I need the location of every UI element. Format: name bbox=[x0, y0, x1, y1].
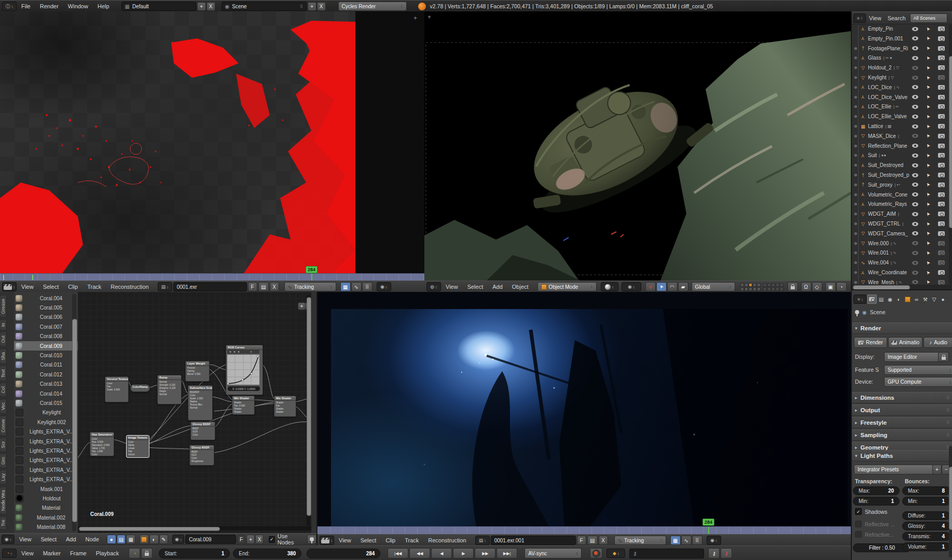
renderability-toggle[interactable] bbox=[936, 124, 946, 129]
playback-button[interactable]: ▶▶| bbox=[496, 548, 517, 558]
snap-element-selector[interactable]: ◇ bbox=[812, 282, 822, 291]
selectability-toggle[interactable]: ➤ bbox=[923, 221, 933, 227]
renderability-toggle[interactable] bbox=[936, 75, 946, 80]
outliner-row[interactable]: ⊕ Y Wire_Coordinate ➤ bbox=[852, 268, 952, 277]
expand-icon[interactable]: ⊕ bbox=[852, 212, 859, 216]
playback-button[interactable]: ▶ bbox=[453, 548, 474, 558]
auto-keyframe-record-button[interactable] bbox=[590, 548, 602, 558]
editor-type-button[interactable]: ◉↕ bbox=[2, 535, 15, 544]
outliner-row[interactable]: ⊕ ▽ Reflection_Plane ➤ bbox=[852, 141, 952, 151]
tab-object[interactable] bbox=[903, 295, 912, 303]
node-menu-item[interactable]: Node bbox=[81, 536, 104, 542]
clip-menu-item[interactable]: Clip bbox=[381, 537, 400, 543]
viewport-canvas[interactable]: + bbox=[424, 11, 851, 281]
outliner-row[interactable]: ⊕ ▽ WDGT_Camera_ ➤ bbox=[852, 229, 952, 239]
node-menu-item[interactable]: View bbox=[15, 536, 36, 542]
material-list-item[interactable]: Coral.007 bbox=[14, 322, 78, 331]
outliner-row[interactable]: ⊕ Y Suit_Destroyed ➤ bbox=[852, 160, 952, 170]
selectability-toggle[interactable]: ➤ bbox=[923, 55, 933, 61]
shadows-checkbox[interactable]: ✓ bbox=[855, 508, 862, 515]
fake-user-button[interactable]: F bbox=[577, 536, 586, 545]
outliner-view-menu[interactable]: View bbox=[866, 15, 885, 21]
outliner-row[interactable]: ⊕ † FootagePlane_Ri ➤ bbox=[852, 44, 952, 53]
object-name[interactable]: Volumetric_Cone bbox=[868, 192, 907, 198]
zoom-in-button[interactable]: + bbox=[298, 302, 306, 310]
renderability-toggle[interactable] bbox=[936, 55, 946, 60]
manipulator-axes-icon[interactable]: ✛ bbox=[645, 282, 656, 291]
selectability-toggle[interactable]: ➤ bbox=[923, 182, 933, 187]
clip-frame-image[interactable] bbox=[331, 309, 848, 526]
selectability-toggle[interactable]: ➤ bbox=[923, 85, 933, 90]
visibility-toggle[interactable] bbox=[910, 183, 920, 187]
outliner-row[interactable]: ⊕ † Suit_proxy | ↩ ➤ bbox=[852, 180, 952, 190]
region-expand-icon[interactable]: + bbox=[413, 15, 417, 22]
outliner-row[interactable]: ⊕ ▽ Wire.000 | ∿ ➤ bbox=[852, 239, 952, 248]
clip-menu-item[interactable]: View bbox=[334, 537, 356, 543]
renderability-toggle[interactable] bbox=[936, 192, 946, 197]
node-hscrollbar[interactable] bbox=[78, 526, 311, 530]
clip-menu-item[interactable]: Select bbox=[38, 284, 64, 290]
show-track-path-toggle[interactable]: ∿ bbox=[351, 282, 362, 291]
tool-tab[interactable]: Lay bbox=[0, 470, 7, 485]
current-frame-field[interactable]: 284 bbox=[307, 549, 380, 558]
render-engine-selector[interactable]: Cycles Render↕ bbox=[338, 2, 407, 11]
node-header[interactable]: Mix Shader bbox=[232, 396, 254, 401]
breadcrumb-scene[interactable]: Scene bbox=[870, 309, 886, 315]
object-name[interactable]: Wire.000 bbox=[868, 241, 889, 246]
unlink-clip-button[interactable]: X bbox=[270, 282, 279, 291]
node-header[interactable]: Glossy BSDF bbox=[191, 422, 215, 427]
selectability-toggle[interactable]: ➤ bbox=[923, 133, 933, 138]
material-list-item[interactable]: Material.008 bbox=[14, 523, 78, 532]
playback-button[interactable]: ◀◀ bbox=[409, 548, 430, 558]
tool-tab[interactable]: Node Wra bbox=[0, 486, 7, 514]
panel-header[interactable]: ▸ Sampling ⠿ bbox=[852, 429, 952, 441]
shader-node[interactable]: Bump Normal Strength: 0.100 Distance: 0.… bbox=[157, 375, 182, 404]
outliner-row[interactable]: ⊕ Y LOC_Ellie_Valve ➤ bbox=[852, 111, 952, 121]
visibility-toggle[interactable] bbox=[910, 85, 920, 89]
material-list-item[interactable]: Keylight bbox=[14, 408, 78, 417]
screen-layout-selector[interactable]: ▦ Default bbox=[121, 2, 196, 11]
outliner-row[interactable]: ⊕ Y Volumetric_Cone ➤ bbox=[852, 190, 952, 200]
visibility-toggle[interactable] bbox=[910, 27, 920, 31]
value-slider[interactable]: Glossy:4 bbox=[902, 522, 950, 530]
shader-node[interactable]: Glossy BSDF BSDF GGX Color bbox=[190, 422, 215, 440]
renderability-toggle[interactable] bbox=[936, 153, 946, 158]
renderability-toggle[interactable] bbox=[936, 163, 946, 167]
clip-menu-item[interactable]: View bbox=[17, 284, 38, 290]
pin-button[interactable] bbox=[307, 535, 316, 544]
clip-datablock-icon[interactable]: ▤↕ bbox=[158, 282, 172, 291]
display-mode-selector[interactable]: Image Editor↕ bbox=[884, 352, 943, 362]
selectability-toggle[interactable]: ➤ bbox=[923, 153, 933, 158]
material-list-scrollbar[interactable] bbox=[72, 294, 76, 531]
insert-keyframe-button[interactable]: ⚷ bbox=[708, 548, 720, 558]
outliner-hscrollbar[interactable] bbox=[852, 285, 952, 289]
use-preview-range-toggle[interactable]: ◔ bbox=[129, 548, 140, 558]
expand-icon[interactable]: ⊕ bbox=[852, 270, 859, 275]
clip-frame-scrubber[interactable] bbox=[0, 273, 424, 281]
world-shader-toggle[interactable]: ◐ bbox=[149, 535, 159, 544]
node-canvas[interactable]: Voronoi Texture Color Fac Scale: 5.000 C… bbox=[78, 292, 311, 533]
object-shader-toggle[interactable] bbox=[140, 535, 149, 544]
tool-tab[interactable]: Grease bbox=[0, 295, 7, 318]
editor-type-button[interactable]: ≡↕ bbox=[853, 295, 867, 304]
visibility-toggle[interactable] bbox=[910, 280, 920, 284]
expand-icon[interactable]: ⊕ bbox=[852, 55, 859, 60]
shader-node[interactable]: Mix Shader Shader Fac: 0.500 Shader Shad… bbox=[232, 396, 255, 415]
use-nodes-checkbox[interactable]: ✓ bbox=[269, 536, 275, 543]
expand-icon[interactable]: ⊕ bbox=[852, 260, 859, 265]
value-slider[interactable]: Min:1 bbox=[853, 497, 900, 506]
material-list-item[interactable]: Coral.010 bbox=[14, 351, 78, 360]
selectability-toggle[interactable]: ➤ bbox=[923, 192, 933, 197]
node-header[interactable]: Layer Weight bbox=[186, 361, 209, 366]
object-name[interactable]: Reflection_Plane bbox=[868, 143, 907, 149]
shader-nodes-toggle[interactable]: ● bbox=[107, 535, 116, 544]
outliner-search-menu[interactable]: Search bbox=[885, 15, 909, 21]
tree-datablock-icon[interactable]: ◉↕ bbox=[172, 535, 184, 544]
panel-drag-dots[interactable]: ⠿ bbox=[946, 408, 950, 413]
node-header[interactable]: Glossy BSDF bbox=[190, 445, 214, 450]
renderability-toggle[interactable] bbox=[936, 134, 946, 138]
tab-world[interactable]: ◐ bbox=[894, 295, 903, 303]
object-name[interactable]: Empty_Pin.001 bbox=[868, 36, 903, 41]
outliner-row[interactable]: ⊕ Y LOC_Dice_Valve ➤ bbox=[852, 92, 952, 102]
object-name[interactable]: Wire.004 bbox=[868, 260, 889, 265]
